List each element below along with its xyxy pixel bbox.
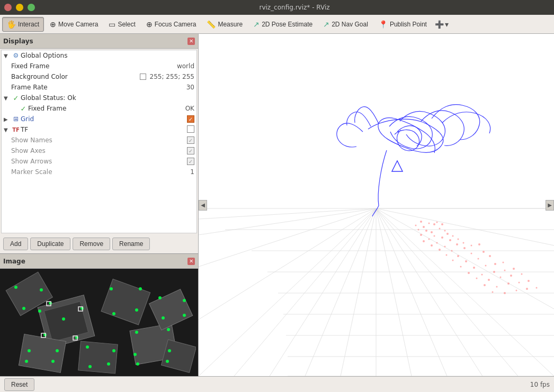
camera-image-svg — [0, 269, 196, 375]
frame-rate-label: Frame Rate — [11, 84, 184, 91]
show-names-row[interactable]: Show Names — [2, 135, 196, 145]
bg-color-row[interactable]: Background Color 255; 255; 255 — [2, 71, 196, 82]
svg-marker-72 — [392, 161, 403, 171]
displays-tree[interactable]: ▼ ⚙ Global Options Fixed Frame world Bac… — [1, 50, 197, 233]
show-arrows-checkbox[interactable] — [187, 158, 194, 165]
tf-arrow[interactable]: ▼ — [4, 127, 11, 133]
grid-checkbox[interactable] — [187, 115, 194, 123]
duplicate-button[interactable]: Duplicate — [30, 238, 70, 250]
svg-point-78 — [436, 222, 438, 223]
svg-point-135 — [526, 288, 528, 290]
tf-checkbox[interactable] — [187, 125, 194, 133]
status-fixed-frame-row[interactable]: ✓ Fixed Frame OK — [2, 103, 196, 114]
bg-color-label: Background Color — [11, 73, 140, 80]
interact-icon: 🖐 — [7, 20, 16, 29]
svg-point-18 — [38, 309, 41, 313]
global-options-row[interactable]: ▼ ⚙ Global Options — [2, 50, 196, 61]
viewport-right-arrow[interactable]: ▶ — [546, 200, 554, 211]
svg-line-70 — [199, 208, 376, 235]
image-close-button[interactable]: ✕ — [187, 258, 195, 265]
grid-icon: ⊞ — [11, 115, 21, 123]
move-camera-button[interactable]: ⊕ Move Camera — [45, 17, 103, 32]
toolbar-dropdown-icon[interactable]: ▾ — [445, 20, 449, 29]
grid-row[interactable]: ▶ ⊞ Grid — [2, 114, 196, 124]
status-fixed-frame-icon: ✓ — [19, 105, 28, 113]
rename-button[interactable]: Rename — [112, 238, 150, 250]
select-button[interactable]: ▭ Select — [104, 17, 140, 32]
viewport-left-arrow[interactable]: ◀ — [199, 200, 207, 211]
svg-line-68 — [199, 208, 376, 320]
global-options-arrow[interactable]: ▼ — [4, 53, 11, 59]
svg-point-30 — [107, 362, 110, 366]
svg-point-120 — [504, 270, 506, 271]
close-button[interactable] — [4, 4, 12, 11]
reset-button[interactable]: Reset — [4, 378, 34, 391]
svg-point-126 — [521, 274, 523, 275]
svg-point-123 — [488, 279, 490, 281]
svg-point-21 — [56, 349, 59, 352]
publish-point-label: Publish Point — [390, 21, 427, 28]
svg-point-101 — [463, 247, 466, 249]
svg-point-102 — [471, 245, 472, 247]
svg-point-136 — [536, 287, 538, 289]
displays-title: Displays — [3, 38, 33, 45]
grid-checkbox-container — [187, 115, 194, 123]
measure-button[interactable]: 📏 Measure — [202, 17, 247, 32]
marker-scale-row[interactable]: Marker Scale 1 — [2, 167, 196, 177]
svg-line-56 — [270, 208, 376, 376]
show-names-label: Show Names — [11, 136, 187, 144]
svg-point-87 — [446, 233, 449, 235]
tf-checkbox-container — [187, 125, 194, 134]
image-panel: Image ✕ — [0, 254, 198, 376]
svg-line-71 — [199, 208, 376, 219]
show-axes-checkbox[interactable] — [187, 147, 194, 154]
displays-close-button[interactable]: ✕ — [187, 38, 195, 45]
pose-estimate-icon: ↗ — [253, 20, 260, 29]
svg-point-22 — [25, 360, 28, 363]
grid-arrow[interactable]: ▶ — [4, 116, 11, 122]
displays-buttons: Add Duplicate Remove Rename — [0, 234, 198, 253]
show-arrows-checkbox-container — [187, 158, 194, 166]
fixed-frame-label: Fixed Frame — [11, 62, 175, 70]
move-camera-label: Move Camera — [58, 21, 98, 28]
svg-point-128 — [496, 286, 498, 288]
minimize-button[interactable] — [16, 4, 23, 11]
toolbar-plus-icon[interactable]: ➕ — [435, 20, 444, 29]
focus-camera-button[interactable]: ⊕ Focus Camera — [141, 17, 201, 32]
global-status-arrow[interactable]: ▼ — [4, 95, 11, 101]
frame-rate-row[interactable]: Frame Rate 30 — [2, 82, 196, 93]
main-layout: Displays ✕ ▼ ⚙ Global Options Fixed Fram… — [0, 34, 554, 376]
tf-label: TF — [21, 126, 187, 133]
pose-estimate-button[interactable]: ↗ 2D Pose Estimate — [248, 17, 317, 32]
svg-point-93 — [449, 239, 451, 241]
marker-scale-value: 1 — [190, 168, 194, 176]
maximize-button[interactable] — [28, 4, 35, 11]
statusbar: Reset 10 fps — [0, 376, 554, 392]
show-arrows-label: Show Arrows — [11, 158, 187, 165]
tf-row[interactable]: ▼ TF TF — [2, 124, 196, 135]
svg-point-119 — [493, 271, 495, 273]
publish-point-button[interactable]: 📍 Publish Point — [374, 17, 432, 32]
status-fixed-frame-label: Fixed Frame — [28, 105, 183, 112]
svg-point-115 — [494, 263, 496, 265]
svg-point-11 — [81, 307, 84, 310]
show-arrows-row[interactable]: Show Arrows — [2, 156, 196, 167]
image-title: Image — [3, 258, 25, 265]
interact-button[interactable]: 🖐 Interact — [2, 17, 44, 32]
show-axes-row[interactable]: Show Axes — [2, 145, 196, 156]
remove-button[interactable]: Remove — [73, 238, 110, 250]
global-status-row[interactable]: ▼ ✓ Global Status: Ok — [2, 93, 196, 103]
show-names-checkbox[interactable] — [187, 136, 194, 144]
svg-rect-7 — [78, 341, 118, 373]
add-button[interactable]: Add — [3, 238, 28, 250]
global-status-icon: ✓ — [11, 94, 21, 102]
nav-goal-button[interactable]: ↗ 2D Nav Goal — [318, 17, 373, 32]
show-names-checkbox-container — [187, 136, 194, 144]
focus-camera-icon: ⊕ — [146, 20, 153, 29]
svg-point-108 — [452, 260, 454, 261]
viewport-svg — [199, 34, 554, 376]
svg-point-94 — [458, 239, 459, 240]
fixed-frame-row[interactable]: Fixed Frame world — [2, 61, 196, 71]
3d-viewport[interactable]: ◀ ▶ — [199, 34, 554, 376]
svg-point-85 — [420, 234, 422, 236]
